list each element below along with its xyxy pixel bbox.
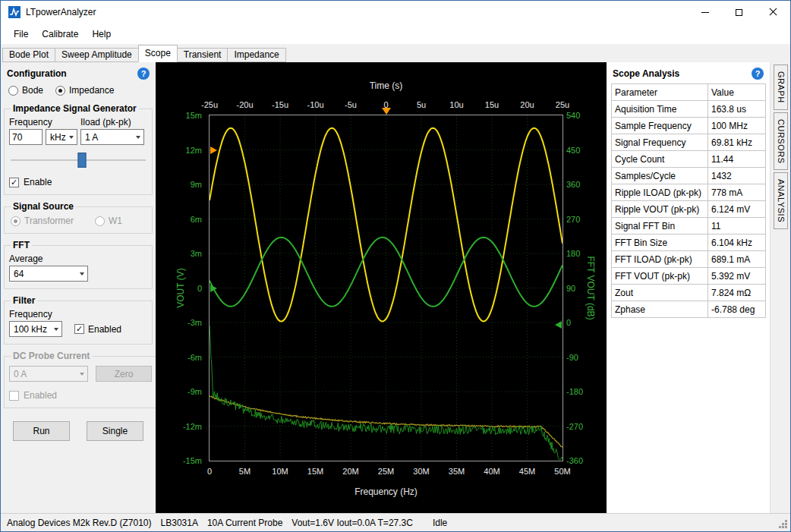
radio-selected-icon <box>11 216 20 226</box>
filter-group-title: Filter <box>11 295 37 306</box>
minimize-button[interactable] <box>688 1 722 24</box>
zero-button: Zero <box>96 366 152 382</box>
time-zero-marker[interactable] <box>382 108 391 115</box>
tick-label: 10M <box>272 467 288 476</box>
iload-value: 1 A <box>85 132 98 143</box>
tab-bode-plot[interactable]: Bode Plot <box>2 48 55 62</box>
tick-label: -5u <box>345 100 357 109</box>
vout-waveform <box>210 238 563 307</box>
tick-label: 0 <box>207 467 212 476</box>
tick-label: 50M <box>554 467 570 476</box>
iload-select[interactable]: 1 A <box>80 129 144 145</box>
chevron-down-icon <box>69 136 74 139</box>
help-icon[interactable]: ? <box>752 68 764 80</box>
value-cell: 163.8 us <box>708 101 766 118</box>
menu-file[interactable]: File <box>7 26 35 42</box>
menubar: FileCalibrateHelp <box>1 24 790 44</box>
minimize-icon <box>701 12 709 13</box>
frequency-unit-value: kHz <box>50 132 66 143</box>
average-value: 64 <box>14 269 24 279</box>
menu-help[interactable]: Help <box>85 26 118 42</box>
value-cell: 100 MHz <box>708 118 766 134</box>
scope-canvas[interactable] <box>210 115 563 461</box>
status-segment: LB3031A <box>161 518 198 528</box>
vout-axis-title: VOUT (V) <box>175 115 186 461</box>
single-button[interactable]: Single <box>87 421 143 441</box>
dc-probe-group: DC Probe Current 0 A Zero Enabled <box>4 351 157 408</box>
param-cell: FFT VOUT (pk-pk) <box>612 268 708 285</box>
checkbox-icon <box>9 391 19 401</box>
tick-label: -20u <box>236 100 253 109</box>
dc-probe-enabled-checkbox: Enabled <box>9 390 152 401</box>
value-cell: 11 <box>708 218 766 235</box>
check-icon: ✓ <box>9 178 19 187</box>
table-row: Sample Frequency100 MHz <box>612 118 766 134</box>
side-tab-cursors[interactable]: CURSORS <box>774 112 788 171</box>
analysis-heading: Scope Analysis <box>613 68 679 79</box>
zero-button-label: Zero <box>115 369 134 379</box>
param-cell: Zphase <box>612 301 708 318</box>
value-cell: 1432 <box>708 168 766 184</box>
tick-label: 5u <box>417 100 426 109</box>
w1-label: W1 <box>109 216 122 226</box>
frequency-input[interactable] <box>9 129 43 145</box>
tick-label: 15M <box>307 467 323 476</box>
frequency-unit-select[interactable]: kHz <box>46 129 77 145</box>
filter-group: Filter Frequency 100 kHz ✓Enabled <box>4 295 153 345</box>
generator-group: Impedance Signal Generator Frequency Ilo… <box>4 103 153 195</box>
dc-probe-current-select: 0 A <box>9 366 88 382</box>
radio-w1: W1 <box>95 216 122 226</box>
run-button[interactable]: Run <box>13 421 70 441</box>
tab-impedance[interactable]: Impedance <box>227 48 285 62</box>
tick-label: 0 <box>566 318 571 327</box>
enable-checkbox[interactable]: ✓Enable <box>9 177 147 187</box>
app-window: LTpowerAnalyzer FileCalibrateHelp Bode P… <box>0 0 791 532</box>
tab-scope[interactable]: Scope <box>138 45 178 62</box>
menu-calibrate[interactable]: Calibrate <box>35 26 85 42</box>
tab-transient[interactable]: Transient <box>177 48 228 62</box>
fft-axis-title: FFT VOUT (dB) <box>585 115 596 461</box>
slider-thumb[interactable] <box>78 153 87 168</box>
fft-group: FFT Average 64 <box>4 240 153 289</box>
tab-sweep-amplitude[interactable]: Sweep Amplitude <box>55 48 139 62</box>
average-select[interactable]: 64 <box>9 266 88 282</box>
table-row: FFT Bin Size6.104 kHz <box>612 235 766 251</box>
side-tab-analysis[interactable]: ANALYSIS <box>774 172 788 229</box>
param-cell: FFT Bin Size <box>612 235 708 251</box>
filter-frequency-select[interactable]: 100 kHz <box>9 321 62 337</box>
radio-impedance[interactable]: Impedance <box>55 85 114 96</box>
param-cell: FFT ILOAD (pk-pk) <box>612 251 708 268</box>
run-button-label: Run <box>33 426 49 436</box>
table-row: Aquisition Time163.8 us <box>612 101 766 118</box>
side-tab-graph[interactable]: GRAPH <box>774 65 788 110</box>
tick-label: 30M <box>413 467 429 476</box>
filter-enabled-checkbox[interactable]: ✓Enabled <box>74 324 121 335</box>
table-row: Ripple ILOAD (pk-pk)778 mA <box>612 184 766 201</box>
amplitude-slider[interactable] <box>11 152 146 168</box>
help-icon[interactable]: ? <box>137 68 150 80</box>
tick-label: 25M <box>378 467 394 476</box>
transformer-label: Transformer <box>24 216 74 226</box>
status-segment: 10A Current Probe <box>207 518 282 528</box>
tick-label: 6m <box>191 215 202 224</box>
resize-grip-icon[interactable] <box>785 526 787 528</box>
tick-label: 12m <box>186 146 202 155</box>
maximize-button[interactable] <box>722 1 756 24</box>
radio-impedance-label: Impedance <box>69 85 114 96</box>
tick-label: 5M <box>239 467 251 476</box>
table-header-row: ParameterValue <box>612 84 766 101</box>
fft-reference-marker[interactable] <box>555 321 562 329</box>
tick-label: -3m <box>188 318 202 327</box>
tick-label: 40M <box>484 467 499 476</box>
table-row: FFT VOUT (pk-pk)5.392 mV <box>612 268 766 285</box>
vout-reference-marker[interactable] <box>210 285 217 292</box>
param-cell: Sample Frequency <box>612 118 708 134</box>
close-button[interactable] <box>756 1 790 24</box>
radio-bode[interactable]: Bode <box>8 85 43 96</box>
iload-reference-marker[interactable] <box>210 146 217 154</box>
mode-radio-group: Bode Impedance <box>1 82 156 97</box>
param-cell: Cycle Count <box>612 151 708 168</box>
tick-label: -270 <box>566 422 583 431</box>
param-cell: Ripple VOUT (pk-pk) <box>612 201 708 218</box>
tick-label: 20M <box>342 467 358 476</box>
